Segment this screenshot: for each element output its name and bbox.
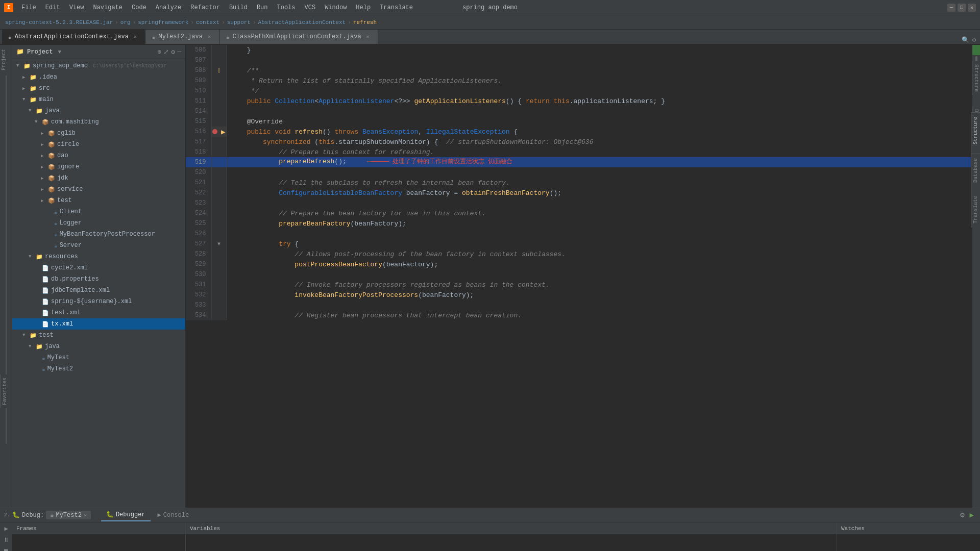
menu-translate[interactable]: Translate (376, 3, 417, 12)
sidebar-tree[interactable]: ▼ 📁 spring_aop_demo C:\Users\p'c\Desktop… (12, 59, 185, 508)
debugger-tab[interactable]: 🐛 Debugger (101, 509, 151, 521)
maximize-button[interactable]: □ (958, 4, 966, 12)
menu-code[interactable]: Code (128, 3, 151, 12)
console-tab[interactable]: ▶ Console (153, 509, 194, 521)
code-line-525: 525 prepareBeanFactory(beanFactory); (186, 218, 972, 229)
line-number: 524 (186, 208, 211, 218)
favorites-tab[interactable]: Favorites (0, 374, 9, 408)
breadcrumb-support[interactable]: support (227, 19, 251, 26)
menu-vcs[interactable]: VCS (301, 3, 320, 12)
menu-file[interactable]: File (17, 3, 40, 12)
minimize-button[interactable]: — (947, 4, 955, 12)
tree-mytest2[interactable]: ☕ MyTest2 (12, 363, 185, 374)
line-code: // Prepare this context for refreshing. (227, 147, 972, 157)
tree-server[interactable]: ☕ Server (12, 240, 185, 251)
line-gutter-breakpoint[interactable]: ▶ (211, 127, 227, 137)
tree-dbprops[interactable]: 📄 db.properties (12, 273, 185, 285)
tree-ignore[interactable]: ▶ 📦 ignore (12, 161, 185, 172)
code-line-527: 527 ▼ try { (186, 239, 972, 249)
tab-classpathxml[interactable]: ☕ ClassPathXmlApplicationContext.java ✕ (220, 30, 378, 44)
menu-tools[interactable]: Tools (273, 3, 300, 12)
tab-abstract-context[interactable]: ☕ AbstractApplicationContext.java ✕ (2, 30, 145, 44)
tree-cglib[interactable]: ▶ 📦 cglib (12, 128, 185, 139)
project-tab[interactable]: Project (0, 47, 12, 72)
breadcrumb-context[interactable]: context (196, 19, 219, 26)
resume-button[interactable]: ▶ (1, 524, 11, 534)
line-number: 508 (186, 65, 211, 76)
tree-test[interactable]: ▼ 📁 test (12, 330, 185, 341)
menu-navigate[interactable]: Navigate (89, 3, 127, 12)
debug-controls: ▶ ⏸ ⏹ ↷ ↓ ⇓ ↑ → ⊞ (0, 522, 12, 551)
tree-cycle2[interactable]: 📄 cycle2.xml (12, 262, 185, 273)
tree-root[interactable]: ▼ 📁 spring_aop_demo C:\Users\p'c\Desktop… (12, 60, 185, 71)
dropdown-icon[interactable]: ▼ (58, 49, 61, 55)
tree-test-pkg[interactable]: ▶ 📦 test (12, 195, 185, 206)
settings-icon[interactable]: ⚙ (972, 36, 976, 44)
sidebar-settings-icon[interactable]: ⚙ (171, 48, 175, 56)
tree-service[interactable]: ▶ 📦 service (12, 184, 185, 195)
tree-jdbctemplate[interactable]: 📄 jdbcTemplate.xml (12, 285, 185, 296)
structure-side-tab[interactable]: Structure (971, 112, 980, 148)
line-code (227, 167, 972, 178)
tree-mybeanfactory[interactable]: ☕ MyBeanFactoryPostProcessor (12, 229, 185, 240)
breakpoint-indicator[interactable] (212, 129, 217, 134)
tree-dao[interactable]: ▶ 📦 dao (12, 150, 185, 161)
translate-side-tab[interactable]: Translate (971, 192, 980, 228)
tree-circle[interactable]: ▶ 📦 circle (12, 139, 185, 150)
variables-label: Variables (190, 525, 220, 532)
close-tab-mytest2[interactable]: ✕ (206, 33, 213, 40)
tree-java[interactable]: ▼ 📁 java (12, 105, 185, 116)
debug-settings-icon[interactable]: ⚙ (960, 511, 964, 519)
debug-session[interactable]: ☕ MyTest2 ✕ (46, 511, 91, 519)
menu-view[interactable]: View (65, 3, 88, 12)
menu-build[interactable]: Build (225, 3, 252, 12)
locate-file-icon[interactable]: ⊕ (158, 48, 162, 56)
menu-analyze[interactable]: Analyze (152, 3, 185, 12)
tree-testxml[interactable]: 📄 test.xml (12, 307, 185, 318)
debug-session-close[interactable]: ✕ (84, 512, 87, 518)
menu-refactor[interactable]: Refactor (186, 3, 224, 12)
menu-edit[interactable]: Edit (41, 3, 64, 12)
pause-button[interactable]: ⏸ (1, 536, 11, 545)
code-scroll[interactable]: 506 } 507 508 | /** (186, 45, 972, 508)
breadcrumb-org[interactable]: org (120, 19, 131, 26)
tree-main[interactable]: ▼ 📁 main (12, 94, 185, 105)
breadcrumb-class[interactable]: AbstractApplicationContext (258, 19, 346, 26)
database-side-tab[interactable]: Database (971, 154, 980, 187)
stop-button[interactable]: ⏹ (1, 547, 11, 551)
tree-mytest[interactable]: ☕ MyTest (12, 352, 185, 363)
structure-tab[interactable]: Structure (972, 61, 980, 95)
menu-run[interactable]: Run (253, 3, 272, 12)
tree-com-mashibing[interactable]: ▼ 📦 com.mashibing (12, 116, 185, 128)
menu-help[interactable]: Help (352, 3, 375, 12)
close-tab-abstract[interactable]: ✕ (132, 33, 139, 40)
close-button[interactable]: ✕ (968, 4, 976, 12)
line-code: // Prepare the bean factory for use in t… (227, 208, 972, 218)
tree-test-java[interactable]: ▼ 📁 java (12, 341, 185, 352)
tree-resources[interactable]: ▼ 📁 resources (12, 251, 185, 262)
tab-mytest2[interactable]: ☕ MyTest2.java ✕ (146, 30, 219, 44)
sidebar-minimize-icon[interactable]: — (177, 48, 181, 56)
close-tab-classpathxml[interactable]: ✕ (364, 33, 372, 40)
breadcrumb-jar[interactable]: spring-context-5.2.3.RELEASE.jar (5, 19, 113, 26)
tree-txxml[interactable]: 📄 tx.xml (12, 318, 185, 330)
tree-spring-username[interactable]: 📄 spring-${username}.xml (12, 296, 185, 307)
menu-window[interactable]: Window (321, 3, 351, 12)
debug-play-icon[interactable]: ▶ (968, 510, 976, 520)
breadcrumb-method[interactable]: refresh (353, 19, 377, 26)
expand-icon[interactable]: ⤢ (163, 48, 169, 56)
search-icon[interactable]: 🔍 (962, 36, 969, 44)
code-line-519: 519 prepareRefresh(); ←————— 处理了子钟的工作目前设… (186, 157, 972, 167)
breadcrumb-springframework[interactable]: springframework (138, 19, 188, 26)
tree-idea[interactable]: ▶ 📁 .idea (12, 71, 185, 83)
line-gutter (211, 290, 227, 300)
tree-logger[interactable]: ☕ Logger (12, 217, 185, 229)
code-table: 506 } 507 508 | /** (186, 45, 972, 320)
line-gutter (211, 96, 227, 106)
tree-client[interactable]: ☕ Client (12, 206, 185, 217)
tree-jdk[interactable]: ▶ 📦 jdk (12, 172, 185, 184)
debug-session-name: MyTest2 (56, 512, 81, 519)
tab-bar: ☕ AbstractApplicationContext.java ✕ ☕ My… (0, 30, 980, 45)
tree-src[interactable]: ▶ 📁 src (12, 83, 185, 94)
debug-label[interactable]: Debug: (22, 512, 44, 519)
